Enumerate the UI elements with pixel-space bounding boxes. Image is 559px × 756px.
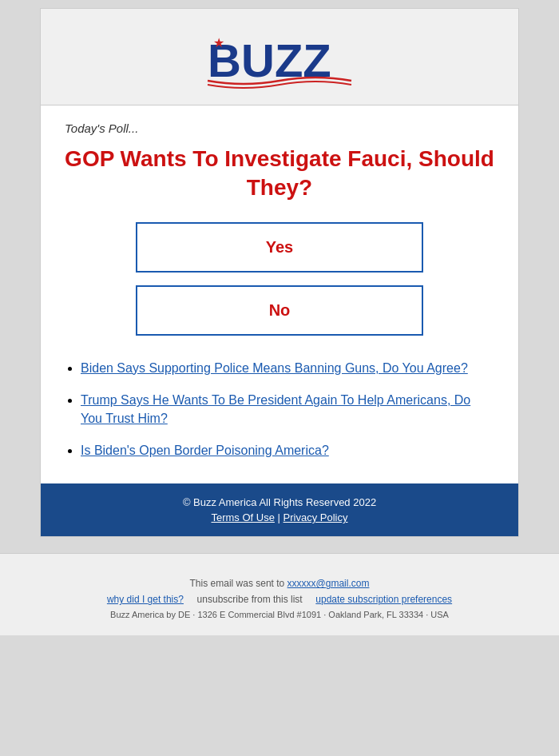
poll-question: GOP Wants To Investigate Fauci, Should T…: [65, 145, 494, 203]
todays-poll-label: Today's Poll...: [65, 121, 494, 135]
footer-links: Terms Of Use | Privacy Policy: [57, 511, 502, 523]
related-link-3[interactable]: Is Biden's Open Border Poisoning America…: [81, 444, 329, 457]
update-prefs-link[interactable]: update subscription preferences: [315, 594, 452, 605]
related-link-2[interactable]: Trump Says He Wants To Be President Agai…: [81, 393, 470, 424]
unsubscribe-text: unsubscribe from this list: [197, 594, 303, 605]
related-link-1[interactable]: Biden Says Supporting Police Means Banni…: [81, 361, 468, 375]
email-footer: © Buzz America All Rights Reserved 2022 …: [41, 483, 518, 536]
meta-email-line: This email was sent to xxxxxx@gmail.com: [16, 578, 543, 589]
buzz-america-logo: B ★ UZZ AMERICA: [200, 25, 359, 89]
email-header: B ★ UZZ AMERICA: [41, 9, 518, 105]
related-links-list: Biden Says Supporting Police Means Banni…: [65, 360, 494, 460]
meta-address-line: Buzz America by DE · 1326 E Commercial B…: [16, 610, 543, 619]
email-wrapper: B ★ UZZ AMERICA Today's Poll... GOP Want…: [40, 8, 519, 537]
footer-copyright: © Buzz America All Rights Reserved 2022: [57, 496, 502, 508]
email-sent-text: This email was sent to: [190, 578, 287, 589]
list-item: Biden Says Supporting Police Means Banni…: [81, 360, 494, 377]
meta-links-line: why did I get this? unsubscribe from thi…: [16, 594, 543, 605]
email-address-link[interactable]: xxxxxx@gmail.com: [287, 578, 370, 589]
privacy-policy-link[interactable]: Privacy Policy: [283, 511, 348, 523]
yes-button[interactable]: Yes: [136, 222, 423, 273]
svg-text:★: ★: [213, 36, 224, 50]
logo-container: B ★ UZZ AMERICA: [57, 25, 502, 89]
list-item: Is Biden's Open Border Poisoning America…: [81, 442, 494, 460]
poll-buttons: Yes No: [65, 222, 494, 336]
meta-section: This email was sent to xxxxxx@gmail.com …: [0, 554, 559, 635]
main-content: Today's Poll... GOP Wants To Investigate…: [41, 105, 518, 483]
no-button[interactable]: No: [136, 285, 423, 336]
why-link[interactable]: why did I get this?: [107, 594, 184, 605]
terms-of-use-link[interactable]: Terms Of Use: [211, 511, 274, 523]
footer-separator: |: [278, 511, 280, 523]
list-item: Trump Says He Wants To Be President Agai…: [81, 392, 494, 428]
